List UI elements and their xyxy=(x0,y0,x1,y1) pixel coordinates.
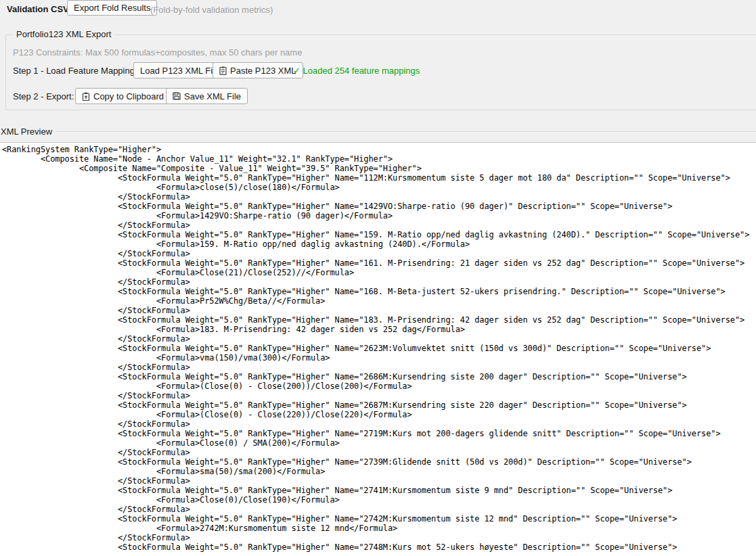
clipboard-copy-icon xyxy=(82,92,90,101)
p123-constraints-note: P123 Constraints: Max 500 formulas+compo… xyxy=(13,47,302,57)
fold-validation-hint: (Fold-by-fold validation metrics) xyxy=(150,5,273,15)
copy-to-clipboard-button[interactable]: Copy to Clipboard xyxy=(75,88,171,104)
portfolio123-export-groupbox: Portfolio123 XML Export P123 Constraints… xyxy=(5,34,756,110)
step1-label: Step 1 - Load Feature Mapping: xyxy=(13,66,137,76)
xml-preview-textarea[interactable]: <RankingSystem RankType="Higher"> <Compo… xyxy=(0,142,756,556)
save-xml-file-label: Save XML File xyxy=(184,91,241,101)
clipboard-icon xyxy=(219,66,227,75)
paste-p123-xml-button[interactable]: Paste P123 XML xyxy=(213,62,303,78)
step2-label: Step 2 - Export: xyxy=(13,91,74,101)
portfolio123-export-title: Portfolio123 XML Export xyxy=(13,29,114,39)
loaded-mappings-status: ✓ Loaded 254 feature mappings xyxy=(293,66,420,76)
load-p123-xml-label: Load P123 XML File xyxy=(140,66,219,76)
xml-preview-title: XML Preview xyxy=(1,126,56,137)
copy-to-clipboard-label: Copy to Clipboard xyxy=(93,91,164,101)
floppy-save-icon xyxy=(173,92,181,100)
save-xml-file-button[interactable]: Save XML File xyxy=(166,88,248,104)
xml-preview-groupbox-border xyxy=(46,131,756,132)
paste-p123-xml-label: Paste P123 XML xyxy=(230,66,296,76)
export-fold-results-button[interactable]: Export Fold Results xyxy=(67,0,157,16)
validation-csv-label: Validation CSV: xyxy=(7,4,71,14)
export-fold-results-label: Export Fold Results xyxy=(74,3,150,13)
xml-preview-text: <RankingSystem RankType="Higher"> <Compo… xyxy=(0,143,756,552)
